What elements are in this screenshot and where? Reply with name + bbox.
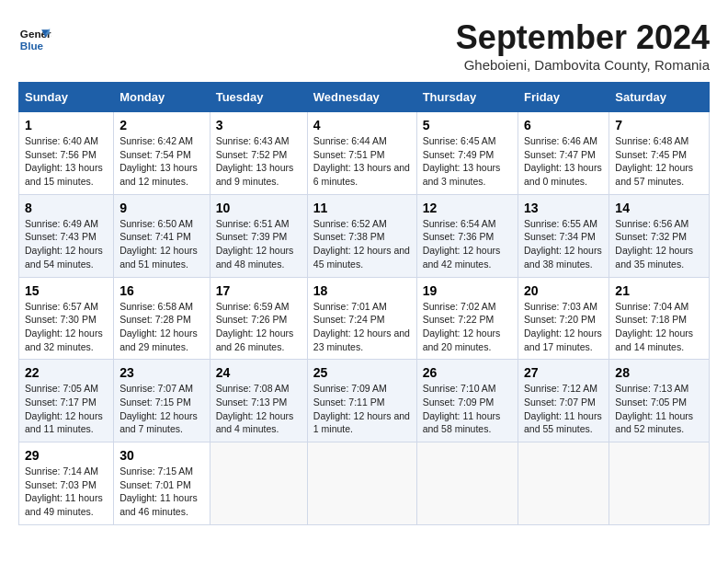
- calendar-cell: 15Sunrise: 6:57 AMSunset: 7:30 PMDayligh…: [19, 277, 114, 360]
- day-info: Sunrise: 7:05 AMSunset: 7:17 PMDaylight:…: [25, 382, 108, 436]
- weekday-header-sunday: Sunday: [19, 83, 114, 112]
- day-info: Sunrise: 6:45 AMSunset: 7:49 PMDaylight:…: [423, 134, 512, 189]
- day-number: 18: [313, 283, 411, 298]
- calendar-week-4: 22Sunrise: 7:05 AMSunset: 7:17 PMDayligh…: [19, 360, 710, 442]
- day-info: Sunrise: 7:03 AMSunset: 7:20 PMDaylight:…: [524, 300, 603, 354]
- calendar-cell: 16Sunrise: 6:58 AMSunset: 7:28 PMDayligh…: [114, 277, 210, 360]
- calendar-cell: 17Sunrise: 6:59 AMSunset: 7:26 PMDayligh…: [210, 277, 307, 360]
- day-info: Sunrise: 6:42 AMSunset: 7:54 PMDaylight:…: [119, 134, 204, 189]
- weekday-header-friday: Friday: [518, 83, 609, 112]
- calendar-cell: 18Sunrise: 7:01 AMSunset: 7:24 PMDayligh…: [307, 277, 416, 360]
- calendar-cell: 23Sunrise: 7:07 AMSunset: 7:15 PMDayligh…: [114, 360, 210, 442]
- calendar-cell: 8Sunrise: 6:49 AMSunset: 7:43 PMDaylight…: [19, 194, 114, 277]
- calendar-cell: 12Sunrise: 6:54 AMSunset: 7:36 PMDayligh…: [416, 194, 518, 277]
- calendar-cell: 4Sunrise: 6:44 AMSunset: 7:51 PMDaylight…: [307, 112, 416, 195]
- day-number: 21: [615, 283, 703, 298]
- day-info: Sunrise: 7:13 AMSunset: 7:05 PMDaylight:…: [615, 382, 703, 436]
- day-number: 17: [216, 283, 301, 298]
- logo-icon: General Blue: [18, 23, 51, 56]
- day-info: Sunrise: 6:52 AMSunset: 7:38 PMDaylight:…: [313, 217, 411, 271]
- day-number: 5: [423, 118, 512, 132]
- calendar-cell: 11Sunrise: 6:52 AMSunset: 7:38 PMDayligh…: [307, 194, 416, 277]
- day-number: 9: [119, 201, 204, 215]
- day-info: Sunrise: 6:48 AMSunset: 7:45 PMDaylight:…: [615, 134, 703, 189]
- calendar-week-3: 15Sunrise: 6:57 AMSunset: 7:30 PMDayligh…: [19, 277, 710, 360]
- day-number: 10: [216, 201, 301, 215]
- day-number: 23: [119, 365, 204, 380]
- title-section: September 2024 Gheboieni, Dambovita Coun…: [456, 18, 710, 73]
- day-info: Sunrise: 7:07 AMSunset: 7:15 PMDaylight:…: [119, 382, 204, 436]
- calendar-cell: [416, 442, 518, 525]
- weekday-header-tuesday: Tuesday: [210, 83, 307, 112]
- calendar-cell: 6Sunrise: 6:46 AMSunset: 7:47 PMDaylight…: [518, 112, 609, 195]
- day-info: Sunrise: 6:50 AMSunset: 7:41 PMDaylight:…: [119, 217, 204, 271]
- day-info: Sunrise: 6:44 AMSunset: 7:51 PMDaylight:…: [313, 134, 411, 189]
- day-info: Sunrise: 7:14 AMSunset: 7:03 PMDaylight:…: [25, 465, 108, 519]
- day-info: Sunrise: 6:56 AMSunset: 7:32 PMDaylight:…: [615, 217, 703, 271]
- day-info: Sunrise: 6:59 AMSunset: 7:26 PMDaylight:…: [216, 300, 301, 354]
- day-info: Sunrise: 7:08 AMSunset: 7:13 PMDaylight:…: [216, 382, 301, 436]
- calendar-cell: 30Sunrise: 7:15 AMSunset: 7:01 PMDayligh…: [114, 442, 210, 525]
- day-number: 19: [423, 283, 512, 298]
- calendar-cell: 1Sunrise: 6:40 AMSunset: 7:56 PMDaylight…: [19, 112, 114, 195]
- calendar-cell: 22Sunrise: 7:05 AMSunset: 7:17 PMDayligh…: [19, 360, 114, 442]
- day-info: Sunrise: 7:04 AMSunset: 7:18 PMDaylight:…: [615, 300, 703, 354]
- svg-text:Blue: Blue: [20, 40, 44, 52]
- day-number: 25: [313, 365, 411, 380]
- weekday-header-saturday: Saturday: [609, 83, 710, 112]
- weekday-header-monday: Monday: [114, 83, 210, 112]
- calendar-cell: 3Sunrise: 6:43 AMSunset: 7:52 PMDaylight…: [210, 112, 307, 195]
- calendar-cell: [609, 442, 710, 525]
- calendar-cell: [518, 442, 609, 525]
- day-info: Sunrise: 7:15 AMSunset: 7:01 PMDaylight:…: [119, 465, 204, 519]
- day-number: 30: [119, 448, 204, 463]
- calendar-cell: 24Sunrise: 7:08 AMSunset: 7:13 PMDayligh…: [210, 360, 307, 442]
- day-number: 8: [25, 201, 108, 215]
- day-info: Sunrise: 6:40 AMSunset: 7:56 PMDaylight:…: [25, 134, 108, 189]
- calendar-subtitle: Gheboieni, Dambovita County, Romania: [456, 57, 710, 73]
- day-number: 1: [25, 118, 108, 132]
- day-info: Sunrise: 6:57 AMSunset: 7:30 PMDaylight:…: [25, 300, 108, 354]
- day-number: 7: [615, 118, 703, 132]
- calendar-table: SundayMondayTuesdayWednesdayThursdayFrid…: [18, 82, 710, 525]
- calendar-week-1: 1Sunrise: 6:40 AMSunset: 7:56 PMDaylight…: [19, 112, 710, 195]
- day-number: 15: [25, 283, 108, 298]
- page-header: General Blue September 2024 Gheboieni, D…: [18, 18, 710, 73]
- calendar-cell: [210, 442, 307, 525]
- logo: General Blue: [18, 23, 55, 56]
- calendar-cell: 28Sunrise: 7:13 AMSunset: 7:05 PMDayligh…: [609, 360, 710, 442]
- day-number: 13: [524, 201, 603, 215]
- day-info: Sunrise: 6:46 AMSunset: 7:47 PMDaylight:…: [524, 134, 603, 189]
- day-info: Sunrise: 6:58 AMSunset: 7:28 PMDaylight:…: [119, 300, 204, 354]
- calendar-cell: 10Sunrise: 6:51 AMSunset: 7:39 PMDayligh…: [210, 194, 307, 277]
- calendar-cell: 5Sunrise: 6:45 AMSunset: 7:49 PMDaylight…: [416, 112, 518, 195]
- weekday-header-wednesday: Wednesday: [307, 83, 416, 112]
- calendar-cell: 20Sunrise: 7:03 AMSunset: 7:20 PMDayligh…: [518, 277, 609, 360]
- weekday-header-thursday: Thursday: [416, 83, 518, 112]
- day-number: 14: [615, 201, 703, 215]
- calendar-cell: 26Sunrise: 7:10 AMSunset: 7:09 PMDayligh…: [416, 360, 518, 442]
- calendar-cell: 14Sunrise: 6:56 AMSunset: 7:32 PMDayligh…: [609, 194, 710, 277]
- calendar-title: September 2024: [456, 18, 710, 57]
- calendar-cell: 9Sunrise: 6:50 AMSunset: 7:41 PMDaylight…: [114, 194, 210, 277]
- calendar-week-2: 8Sunrise: 6:49 AMSunset: 7:43 PMDaylight…: [19, 194, 710, 277]
- day-info: Sunrise: 6:43 AMSunset: 7:52 PMDaylight:…: [216, 134, 301, 189]
- calendar-cell: 29Sunrise: 7:14 AMSunset: 7:03 PMDayligh…: [19, 442, 114, 525]
- day-number: 4: [313, 118, 411, 132]
- day-number: 6: [524, 118, 603, 132]
- calendar-week-5: 29Sunrise: 7:14 AMSunset: 7:03 PMDayligh…: [19, 442, 710, 525]
- day-info: Sunrise: 6:49 AMSunset: 7:43 PMDaylight:…: [25, 217, 108, 271]
- day-number: 28: [615, 365, 703, 380]
- calendar-header-row: SundayMondayTuesdayWednesdayThursdayFrid…: [19, 83, 710, 112]
- day-number: 12: [423, 201, 512, 215]
- day-info: Sunrise: 7:01 AMSunset: 7:24 PMDaylight:…: [313, 300, 411, 354]
- calendar-cell: 19Sunrise: 7:02 AMSunset: 7:22 PMDayligh…: [416, 277, 518, 360]
- day-number: 20: [524, 283, 603, 298]
- day-number: 27: [524, 365, 603, 380]
- day-number: 16: [119, 283, 204, 298]
- calendar-cell: 21Sunrise: 7:04 AMSunset: 7:18 PMDayligh…: [609, 277, 710, 360]
- day-number: 2: [119, 118, 204, 132]
- calendar-cell: [307, 442, 416, 525]
- day-info: Sunrise: 6:51 AMSunset: 7:39 PMDaylight:…: [216, 217, 301, 271]
- calendar-cell: 25Sunrise: 7:09 AMSunset: 7:11 PMDayligh…: [307, 360, 416, 442]
